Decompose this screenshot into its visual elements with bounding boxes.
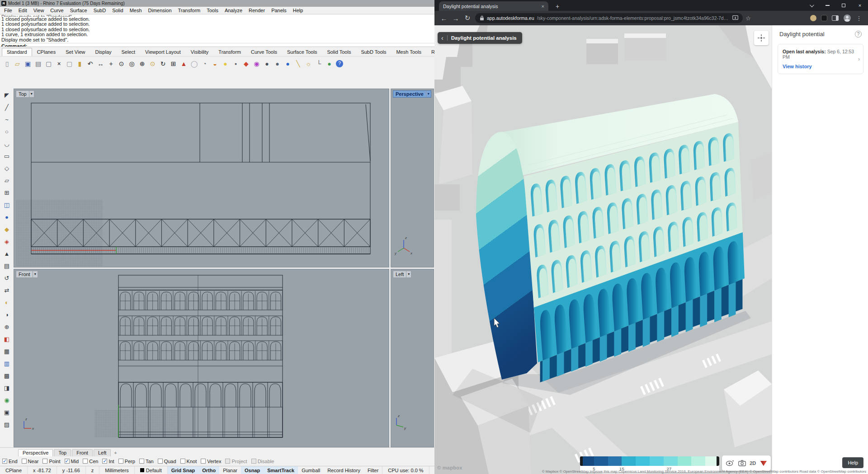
checkbox-vertex[interactable] [201,459,206,464]
rectangle-icon[interactable]: ▭ [3,152,11,160]
checkbox-disable[interactable] [251,459,256,464]
address-bar[interactable]: app.autodeskforma.eu /sky-component-anal… [475,13,743,23]
recenter-button[interactable] [754,31,769,45]
pointer-icon[interactable]: ◤ [3,91,11,99]
viewport-dropdown-icon[interactable]: ▾ [29,91,34,97]
front-viewport-canvas[interactable]: x z [14,269,389,447]
sphere-icon[interactable]: ● [3,213,11,221]
viewport-dropdown-icon[interactable]: ▾ [406,271,411,277]
viewport-tab-perspective[interactable]: Perspective [18,449,53,456]
menu-dots-icon[interactable]: ⋮ [854,15,864,22]
toolbar-tab-solid-tools[interactable]: Solid Tools [322,48,356,56]
layers-icon[interactable]: ▨ [3,421,11,428]
visibility-eye-icon[interactable] [726,460,734,466]
status-cell-default[interactable]: Default [135,466,168,474]
viewport-top[interactable]: Top ▾ [14,89,389,268]
command-history[interactable]: Display mode set to "Rendered". 1 closed… [0,14,434,47]
analyze-tool-icon[interactable]: ▣ [3,408,11,416]
sphere-blue-icon[interactable]: ● [283,58,293,69]
plane-icon[interactable]: ⊞ [3,189,11,197]
new-file-icon[interactable]: ▯ [2,58,12,69]
compass-north-icon[interactable] [760,460,767,466]
zoom-icon[interactable]: ⊙ [116,58,127,69]
sphere-dark-2-icon[interactable]: ● [272,58,283,69]
corner-tool-icon[interactable]: └ [314,58,324,69]
install-icon[interactable] [732,15,738,21]
zoom-selected-icon[interactable]: ⊙ [147,58,158,69]
view-history-link[interactable]: View history [783,64,855,69]
new-viewport-tab-icon[interactable]: + [112,450,119,456]
osnap-vertex[interactable]: Vertex [201,459,221,464]
toolbar-tab-render-tools[interactable]: Render Tools [426,48,434,56]
menu-file[interactable]: File [1,8,15,13]
window-chevron-icon[interactable] [803,0,819,11]
undo-icon[interactable]: ↶ [85,58,95,69]
fillet-icon[interactable]: ◈ [3,238,11,245]
toolbar-tab-display[interactable]: Display [90,48,116,56]
menu-view[interactable]: View [30,8,47,13]
toolbar-tab-standard[interactable]: Standard [2,48,32,56]
checkbox-perp[interactable] [118,459,123,464]
toolbar-tab-curve-tools[interactable]: Curve Tools [246,48,282,56]
osnap-perp[interactable]: Perp [118,459,135,464]
toolbar-tab-surface-tools[interactable]: Surface Tools [282,48,322,56]
back-icon[interactable]: ← [438,14,450,22]
forma-3d-canvas[interactable] [434,25,772,474]
osnap-mid[interactable]: Mid [65,459,79,464]
menu-mesh[interactable]: Mesh [127,8,145,13]
viewport-label-perspective[interactable]: Perspective ▾ [393,90,431,98]
chevron-right-icon[interactable]: › [858,56,860,62]
viewport-tab-front[interactable]: Front [72,449,93,456]
hidden-mode-icon[interactable]: ◯ [189,58,199,69]
checkbox-mid[interactable] [65,459,70,464]
line-icon[interactable]: ╱ [3,103,11,111]
array-icon[interactable]: ▩ [3,372,11,380]
mapbox-logo[interactable]: © mapbox [437,465,462,470]
extension-2-icon[interactable] [821,15,827,21]
menu-panels[interactable]: Panels [268,8,290,13]
extension-1-icon[interactable] [810,15,816,21]
checkbox-point[interactable] [42,459,47,464]
osnap-int[interactable]: Int [102,459,114,464]
toolbar-tab-select[interactable]: Select [117,48,141,56]
surface-icon[interactable]: ▱ [3,177,11,184]
reload-icon[interactable]: ↻ [462,14,473,22]
status-toggle-grid-snap[interactable]: Grid Snap [168,466,199,474]
viewport-dropdown-icon[interactable]: ▾ [33,271,38,277]
open-file-icon[interactable]: ▱ [12,58,23,69]
command-prompt[interactable]: Command: [1,43,434,47]
curve-edit-icon[interactable]: ◉ [3,396,11,404]
checkbox-near[interactable] [22,459,27,464]
map-attribution[interactable]: © Mapbox © OpenStreetMap Improve this ma… [542,469,866,474]
viewport-label-left[interactable]: Left ▾ [393,271,411,278]
side-panel-icon[interactable] [832,15,839,21]
status-cell-cplane[interactable]: CPlane [0,466,28,474]
osnap-point[interactable]: Point [42,459,60,464]
lock-icon[interactable]: ▪ [231,58,241,69]
pan-icon[interactable]: ↔ [95,58,106,69]
menu-surface[interactable]: Surface [67,8,90,13]
export-icon[interactable]: ▢ [43,58,54,69]
viewport-label-front[interactable]: Front ▾ [16,271,38,278]
menu-curve[interactable]: Curve [47,8,66,13]
zoom-window-icon[interactable]: ◎ [127,58,137,69]
viewport-layout-icon[interactable]: ⊞ [168,58,179,69]
status-toggle-record-history[interactable]: Record History [324,466,364,474]
menu-edit[interactable]: Edit [15,8,30,13]
viewport-tab-top[interactable]: Top [54,449,71,456]
osnap-end[interactable]: End [2,459,18,464]
checkbox-quad[interactable] [158,459,163,464]
render-mode-icon[interactable]: ◆ [241,58,251,69]
checkbox-tan[interactable] [139,459,144,464]
menu-tools[interactable]: Tools [203,8,222,13]
circle-icon[interactable]: ○ [3,128,11,136]
save-icon[interactable]: ▣ [23,58,33,69]
toolbar-tab-mesh-tools[interactable]: Mesh Tools [391,48,426,56]
osnap-near[interactable]: Near [22,459,39,464]
status-toggle-osnap[interactable]: Osnap [241,466,264,474]
osnap-quad[interactable]: Quad [158,459,176,464]
transform-icon[interactable]: ◨ [3,384,11,392]
lightbulb-icon[interactable]: ● [220,58,231,69]
sphere-dark-1-icon[interactable]: ● [262,58,272,69]
bookmark-star-icon[interactable]: ☆ [743,15,754,22]
